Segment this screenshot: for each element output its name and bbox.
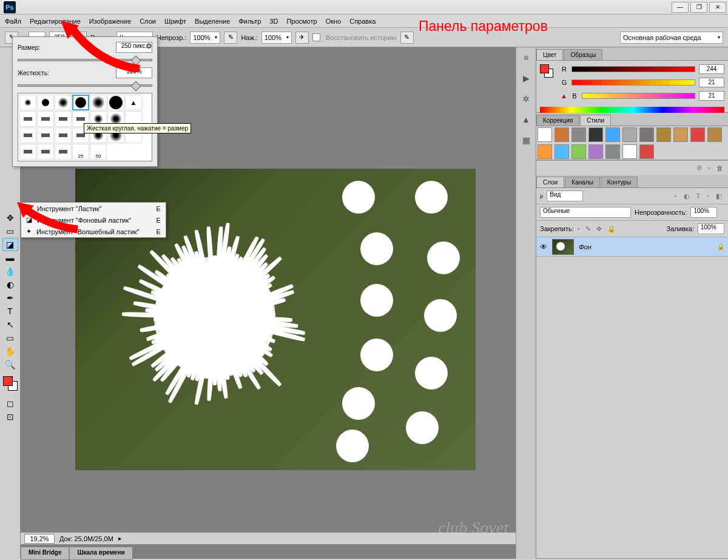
brush-15[interactable]	[37, 127, 54, 143]
brush-soft-med[interactable]	[55, 95, 72, 110]
color-swatch[interactable]	[3, 376, 18, 391]
tool-blur[interactable]: 💧	[2, 265, 18, 278]
tool-screenmode[interactable]: ⊡	[2, 410, 18, 423]
zoom-value[interactable]: 19,2%	[24, 534, 55, 544]
brush-soft-small[interactable]	[19, 95, 36, 110]
actions-icon[interactable]: ▶	[519, 72, 533, 85]
maximize-button[interactable]: ❐	[690, 2, 707, 13]
menu-window[interactable]: Окно	[326, 18, 342, 25]
clear-style-icon[interactable]: ⊘	[696, 164, 702, 172]
brush-23[interactable]	[55, 144, 72, 160]
menu-image[interactable]: Изображение	[89, 18, 131, 25]
tab-adjustments[interactable]: Коррекция	[536, 115, 579, 126]
style-swatch-7[interactable]	[656, 127, 671, 142]
info-icon[interactable]: ▦	[519, 133, 533, 147]
brush-hardness-input[interactable]: 100%	[116, 67, 152, 78]
status-arrow-icon[interactable]: ▸	[118, 535, 122, 542]
style-swatch-4[interactable]	[605, 127, 620, 142]
style-swatch-12[interactable]	[554, 144, 569, 159]
tool-type[interactable]: T	[2, 305, 18, 318]
delete-style-icon[interactable]: 🗑	[716, 164, 723, 172]
tool-move[interactable]: ✥	[2, 211, 18, 224]
style-swatch-14[interactable]	[588, 144, 603, 159]
tab-color[interactable]: Цвет	[536, 49, 563, 60]
menu-type[interactable]: Шрифт	[164, 18, 186, 25]
fill-value[interactable]: 100%	[698, 223, 724, 234]
layer-thumbnail[interactable]	[552, 239, 574, 255]
navigator-icon[interactable]: ✲	[519, 92, 533, 106]
brush-8[interactable]	[37, 111, 54, 127]
foreground-color[interactable]	[3, 376, 13, 386]
flow-select[interactable]: 100%	[261, 32, 292, 44]
menu-layer[interactable]: Слои	[140, 18, 156, 25]
gear-icon[interactable]: ⚙	[146, 42, 152, 50]
visibility-icon[interactable]: 👁	[540, 243, 547, 251]
tab-styles[interactable]: Стили	[580, 115, 611, 126]
blend-mode-select[interactable]: Обычные	[540, 207, 631, 218]
tool-dodge[interactable]: ◐	[2, 278, 18, 291]
brush-9[interactable]	[55, 111, 72, 127]
style-swatch-1[interactable]	[554, 127, 569, 142]
brush-size-slider[interactable]	[18, 59, 152, 61]
fly-eraser[interactable]: ◪Инструмент "Ластик"E	[21, 203, 166, 214]
style-swatch-2[interactable]	[571, 127, 586, 142]
filter-icons[interactable]: ▫ ◐ T ▫ ◧	[675, 192, 724, 200]
style-swatch-15[interactable]	[605, 144, 620, 159]
tab-minibridge[interactable]: Mini Bridge	[21, 547, 69, 560]
style-swatch-0[interactable]	[538, 127, 552, 142]
brush-16[interactable]	[55, 127, 72, 143]
menu-3d[interactable]: 3D	[269, 18, 278, 25]
style-swatch-9[interactable]	[690, 127, 705, 142]
brush-hardness-slider[interactable]	[18, 84, 152, 87]
menu-filter[interactable]: Фильтр	[238, 18, 261, 25]
menu-file[interactable]: Файл	[5, 18, 21, 25]
menu-select[interactable]: Выделение	[195, 18, 230, 25]
tool-gradient[interactable]: ▬	[2, 251, 18, 265]
style-swatch-13[interactable]	[571, 144, 586, 159]
tab-layers[interactable]: Слои	[536, 177, 564, 187]
style-swatch-6[interactable]	[639, 127, 654, 142]
brush-hard-lg[interactable]	[107, 95, 124, 110]
brush-hard-med[interactable]	[72, 95, 89, 110]
history-icon[interactable]: ≡	[519, 51, 533, 64]
tab-paths[interactable]: Контуры	[601, 177, 638, 187]
style-swatch-17[interactable]	[639, 144, 654, 159]
style-swatch-5[interactable]	[622, 127, 637, 142]
style-swatch-10[interactable]	[707, 127, 722, 142]
style-swatch-11[interactable]	[538, 144, 552, 159]
tool-zoom[interactable]: 🔍	[2, 358, 18, 371]
tool-hand[interactable]: ✋	[2, 345, 18, 358]
tool-quickmask[interactable]: ◻	[2, 397, 18, 410]
layer-row-background[interactable]: 👁 Фон 🔒	[536, 237, 728, 257]
new-style-icon[interactable]: ▫	[708, 164, 710, 172]
tool-marquee[interactable]: ▭	[2, 224, 18, 238]
brush-hard-small[interactable]	[37, 95, 54, 110]
close-button[interactable]: ✕	[709, 2, 726, 13]
r-value[interactable]: 244	[699, 64, 724, 74]
brush-soft-lg[interactable]	[90, 95, 107, 110]
style-swatch-16[interactable]	[622, 144, 637, 159]
minimize-button[interactable]: —	[672, 2, 689, 13]
brush-7[interactable]	[19, 111, 36, 127]
tab-channels[interactable]: Каналы	[565, 177, 600, 187]
fly-magic-eraser[interactable]: ✦Инструмент "Волшебный ластик"E	[21, 226, 166, 237]
lock-icons[interactable]: ▫ ✎ ✥ 🔒	[578, 225, 618, 233]
brush-50[interactable]: 50	[90, 144, 107, 160]
brush-25[interactable]: 25	[72, 144, 89, 160]
fly-bg-eraser[interactable]: ◪Инструмент "Фоновый ластик"E	[21, 214, 166, 226]
style-swatch-8[interactable]	[673, 127, 688, 142]
menu-edit[interactable]: Редактирование	[30, 18, 81, 25]
style-swatch-3[interactable]	[588, 127, 603, 142]
g-value[interactable]: 21	[699, 78, 724, 87]
tool-path[interactable]: ↖	[2, 318, 18, 331]
histogram-icon[interactable]: ▲	[519, 113, 533, 126]
brush-14[interactable]	[19, 127, 36, 143]
b-slider[interactable]	[582, 93, 695, 99]
brush-scroll[interactable]: ▲	[125, 95, 142, 110]
pressure-opacity-icon[interactable]: ✎	[224, 32, 237, 44]
opacity-select[interactable]: 100%	[190, 32, 220, 44]
menu-help[interactable]: Справка	[349, 18, 376, 25]
restore-checkbox[interactable]	[312, 33, 320, 41]
tool-eraser[interactable]: ◪	[2, 238, 18, 251]
layer-kind-select[interactable]: Вид	[547, 191, 583, 201]
